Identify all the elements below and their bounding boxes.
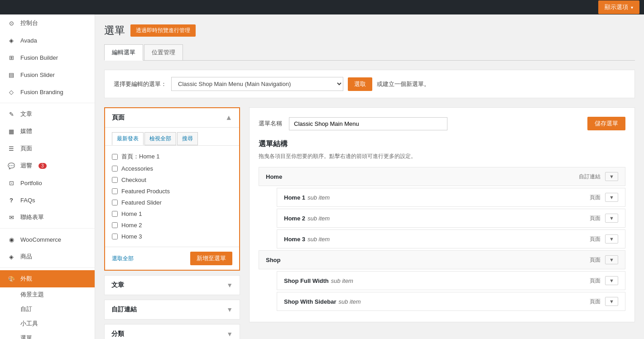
sub-item-label: Home 2 xyxy=(284,215,305,222)
sidebar-item-menus[interactable]: 選單 xyxy=(16,331,95,339)
sub-tab-view-all[interactable]: 檢視全部 xyxy=(144,132,176,145)
sidebar-label: 佈景主題 xyxy=(20,291,44,299)
custom-links-collapsible-header[interactable]: 自訂連結 ▼ xyxy=(105,300,240,319)
page-tabs: 編輯選單 位置管理 xyxy=(104,44,635,61)
sidebar-item-media[interactable]: ▦ 媒體 xyxy=(0,123,95,140)
builder-icon: ⊞ xyxy=(7,53,16,62)
avada-icon: ◈ xyxy=(7,36,16,45)
sidebar-item-fusion-branding[interactable]: ◇ Fusion Branding xyxy=(0,83,95,100)
item-checkbox-featured-products[interactable] xyxy=(112,188,118,194)
select-all-link[interactable]: 選取全部 xyxy=(112,255,134,263)
sub-item-type: 頁面 xyxy=(590,277,601,285)
sidebar-label: 媒體 xyxy=(20,127,32,135)
woo-icon: ◉ xyxy=(7,235,16,244)
item-checkbox-checkout[interactable] xyxy=(112,177,118,183)
sidebar-item-dashboard[interactable]: ⊙ 控制台 xyxy=(0,14,95,32)
sidebar-item-portfolio[interactable]: ⊡ Portfolio xyxy=(0,174,95,191)
sidebar-item-fusion-slider[interactable]: ▤ Fusion Slider xyxy=(0,66,95,83)
preview-button[interactable]: 透過即時預覽進行管理 xyxy=(130,24,196,37)
tab-manage-locations[interactable]: 位置管理 xyxy=(144,44,183,60)
sub-item-label: Shop Full Width xyxy=(284,277,329,284)
main-content: 選單 透過即時預覽進行管理 編輯選單 位置管理 選擇要編輯的選單： Classi… xyxy=(95,14,644,339)
sub-item-expand-button[interactable]: ▼ xyxy=(605,276,618,285)
sidebar-label: 外觀 xyxy=(20,275,32,283)
sub-item-type-italic: sub item xyxy=(331,277,353,284)
menu-item-shop: Shop 頁面 ▼ xyxy=(259,250,625,269)
item-checkbox-featured-slider[interactable] xyxy=(112,200,118,205)
categories-collapsible-header[interactable]: 分類 ▼ xyxy=(105,325,240,339)
add-to-menu-button[interactable]: 新增至選單 xyxy=(190,252,232,265)
comment-icon: 💬 xyxy=(7,161,16,170)
menu-item-expand-button[interactable]: ▼ xyxy=(605,255,618,264)
articles-collapsible-header[interactable]: 文章 ▼ xyxy=(105,276,240,295)
menu-item-label: Shop xyxy=(266,257,590,263)
sub-tab-search[interactable]: 搜尋 xyxy=(177,132,198,145)
chevron-down-icon: ▼ xyxy=(226,330,233,338)
contact-icon: ✉ xyxy=(7,213,16,222)
pages-panel-toggle[interactable]: ▲ xyxy=(225,114,232,122)
select-menu-button[interactable]: 選取 xyxy=(348,77,372,91)
sidebar-label: 自訂 xyxy=(20,305,32,313)
sidebar-label: FAQs xyxy=(20,197,35,204)
menu-name-input[interactable] xyxy=(289,117,447,130)
collapsible-title: 自訂連結 xyxy=(111,306,137,314)
sidebar-item-widgets[interactable]: 小工具 xyxy=(16,316,95,331)
item-checkbox-accessories[interactable] xyxy=(112,166,118,172)
save-menu-button[interactable]: 儲存選單 xyxy=(587,117,625,130)
item-label: Home 1 xyxy=(121,210,142,217)
sidebar-item-products[interactable]: ◈ 商品 xyxy=(0,248,95,265)
menu-item-home: Home 自訂連結 ▼ xyxy=(259,167,625,186)
list-item: Accessories xyxy=(112,163,232,174)
menu-item-type: 頁面 xyxy=(590,256,601,264)
sidebar-label: 控制台 xyxy=(20,19,38,27)
categories-collapsible: 分類 ▼ xyxy=(104,324,240,339)
item-label: Checkout xyxy=(121,177,146,183)
slider-icon: ▤ xyxy=(7,70,16,79)
sub-menu-item-home2: Home 2 sub item 頁面 ▼ xyxy=(277,209,625,228)
sub-menu-item-home2-row: Home 2 sub item 頁面 ▼ xyxy=(277,209,625,227)
sidebar-item-comments[interactable]: 💬 迴響 3 xyxy=(0,157,95,174)
tab-edit-menu[interactable]: 編輯選單 xyxy=(104,44,143,61)
chevron-down-icon: ▾ xyxy=(631,5,633,10)
sidebar-item-faqs[interactable]: ? FAQs xyxy=(0,191,95,209)
sub-tab-latest[interactable]: 最新發表 xyxy=(112,132,144,145)
sidebar-item-contact[interactable]: ✉ 聯絡表單 xyxy=(0,209,95,226)
menu-item-shop-row: Shop 頁面 ▼ xyxy=(259,251,625,269)
sidebar-item-articles[interactable]: ✎ 文章 xyxy=(0,105,95,123)
item-checkbox-home2[interactable] xyxy=(112,222,118,228)
menu-select[interactable]: Classic Shop Main Menu (Main Navigation) xyxy=(171,77,343,91)
item-checkbox-home3[interactable] xyxy=(112,234,118,239)
custom-links-collapsible: 自訂連結 ▼ xyxy=(104,300,240,320)
chevron-down-icon: ▼ xyxy=(226,282,233,289)
sidebar-item-appearance[interactable]: 🎨 外觀 xyxy=(0,270,95,287)
sidebar-item-woocommerce[interactable]: ◉ WooCommerce xyxy=(0,231,95,248)
list-item: Home 2 xyxy=(112,220,232,231)
list-item: Featured Products xyxy=(112,186,232,197)
articles-collapsible: 文章 ▼ xyxy=(104,275,240,295)
appearance-icon: 🎨 xyxy=(7,274,16,283)
pages-items-list: 首頁：Home 1 Accessories Checkout Feat xyxy=(105,146,239,247)
menu-item-expand-button[interactable]: ▼ xyxy=(605,172,618,181)
sub-item-expand-button[interactable]: ▼ xyxy=(605,193,618,202)
admin-bar: 顯示選項 ▾ xyxy=(0,0,644,14)
show-options-button[interactable]: 顯示選項 ▾ xyxy=(598,0,639,14)
pages-panel-footer: 選取全部 新增至選單 xyxy=(105,247,239,270)
sidebar-item-fusion-builder[interactable]: ⊞ Fusion Builder xyxy=(0,49,95,66)
sub-item-expand-button[interactable]: ▼ xyxy=(605,297,618,306)
sidebar-label: 文章 xyxy=(20,110,32,118)
sub-item-expand-button[interactable]: ▼ xyxy=(605,214,618,223)
sub-menu-item-shop-sidebar-row: Shop With Sidebar sub item 頁面 ▼ xyxy=(277,292,625,310)
sidebar-label: 選單 xyxy=(20,334,32,339)
sidebar-item-avada[interactable]: ◈ Avada xyxy=(0,32,95,49)
pages-panel-title: 頁面 xyxy=(112,114,125,122)
sidebar-item-customize[interactable]: 自訂 xyxy=(16,302,95,316)
item-checkbox-home1b[interactable] xyxy=(112,211,118,217)
sub-item-expand-button[interactable]: ▼ xyxy=(605,234,618,244)
sidebar-item-pages[interactable]: ☰ 頁面 xyxy=(0,140,95,157)
sidebar-label: 迴響 xyxy=(20,162,32,170)
item-checkbox-home1[interactable] xyxy=(112,154,118,160)
item-label: Featured Products xyxy=(121,188,170,195)
faq-icon: ? xyxy=(7,196,16,205)
select-bar: 選擇要編輯的選單： Classic Shop Main Menu (Main N… xyxy=(104,70,635,98)
sidebar-item-themes[interactable]: 佈景主題 xyxy=(16,287,95,302)
